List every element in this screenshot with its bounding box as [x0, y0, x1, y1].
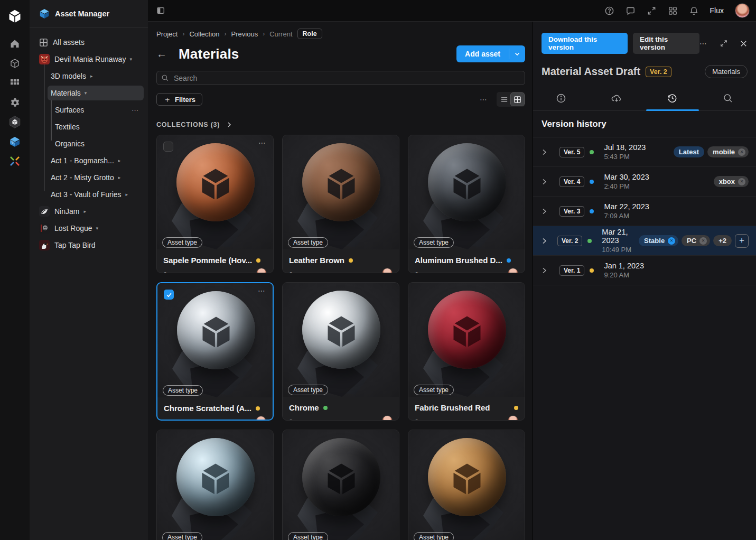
asset-manager-hex-icon[interactable]: [5, 113, 24, 132]
asset-updated-time: 2m ago: [289, 271, 312, 273]
version-row[interactable]: Ver. 1 Jan 1, 20239:20 AM: [533, 256, 756, 285]
version-badge: Ver. 2: [646, 67, 671, 77]
asset-grid: ⋯ Asset type Sapele Pommele (Hov... 2m a…: [156, 135, 525, 540]
apps-grid-icon[interactable]: [5, 73, 24, 92]
feedback-chat-icon[interactable]: [626, 6, 636, 16]
card-checkbox-checked[interactable]: [164, 290, 174, 300]
help-icon[interactable]: [604, 6, 614, 16]
expand-row-icon[interactable]: [540, 208, 552, 215]
sidebar-item-textiles[interactable]: Textiles: [30, 118, 148, 135]
sidebar-item-organics[interactable]: Organics: [30, 135, 148, 152]
breadcrumb-collection[interactable]: Collection: [189, 30, 219, 38]
chevron-right-icon: ▸: [83, 209, 86, 214]
add-tag-button[interactable]: ＋: [735, 234, 749, 248]
remove-tag-icon[interactable]: ✕: [738, 178, 745, 185]
asset-manager-cube-icon: [39, 8, 50, 20]
expand-panel-icon[interactable]: [720, 39, 728, 48]
asset-card[interactable]: Asset type: [282, 430, 399, 540]
packages-cube-icon[interactable]: [5, 54, 24, 73]
card-menu-icon[interactable]: ⋯: [258, 138, 267, 147]
download-version-button[interactable]: Download this version: [542, 33, 628, 54]
asset-card[interactable]: Asset type: [156, 430, 274, 540]
asset-card[interactable]: Asset type Fabric Brushed Red 2m ago: [408, 282, 525, 421]
version-time: 10:49 PM: [602, 246, 639, 254]
card-checkbox[interactable]: [163, 142, 173, 152]
remove-tag-icon[interactable]: ✕: [699, 237, 707, 245]
collapse-panel-icon[interactable]: [156, 6, 165, 15]
edit-version-button[interactable]: Edit this version: [633, 33, 699, 54]
expand-row-icon[interactable]: [540, 267, 552, 274]
asset-owner-avatar: [256, 268, 267, 274]
breadcrumb-project[interactable]: Project: [156, 30, 178, 38]
fullscreen-icon[interactable]: [647, 6, 657, 16]
tab-info[interactable]: [533, 87, 589, 110]
add-asset-button[interactable]: Add asset: [456, 45, 525, 62]
settings-gear-icon[interactable]: [5, 93, 24, 112]
sidebar-item-label: Organics: [55, 139, 85, 148]
asset-name: Sapele Pommele (Hov...: [163, 256, 252, 265]
tag-mobile: mobile✕: [707, 146, 749, 157]
asset-owner-avatar: [382, 415, 393, 421]
more-options-icon[interactable]: ⋯: [480, 95, 488, 104]
remove-tag-icon[interactable]: ✕: [738, 148, 745, 156]
home-icon[interactable]: [5, 34, 24, 53]
sidebar-item-act-2[interactable]: Act 2 - Misty Grotto ▸: [30, 169, 148, 186]
services-x-icon[interactable]: [5, 152, 24, 171]
version-row[interactable]: Ver. 4 Mar 30, 20232:40 PM xbox✕: [533, 167, 756, 197]
more-options-icon[interactable]: ⋯: [132, 106, 139, 114]
asset-thumbnail: Asset type: [408, 430, 525, 540]
collections-cube-icon[interactable]: [5, 132, 24, 151]
sidebar-item-lost-rogue[interactable]: Lost Rogue ▾: [30, 220, 148, 237]
filters-button[interactable]: ＋ Filters: [156, 93, 202, 106]
sidebar-item-ninjam[interactable]: NinJam ▸: [30, 203, 148, 220]
asset-card-selected[interactable]: ⋯ Asset type Chrome Scratched (A... 2m a…: [156, 282, 274, 421]
version-row-selected[interactable]: Ver. 2 Mar 21, 202310:49 PM Stable✕ PC✕ …: [533, 226, 756, 256]
asset-updated-time: 2m ago: [163, 271, 186, 273]
grid-view-button[interactable]: [511, 93, 524, 106]
app-switcher-icon[interactable]: [668, 6, 678, 16]
version-history-title: Version history: [533, 111, 756, 137]
sidebar-item-act-3[interactable]: Act 3 - Vault of Furies ▸: [30, 186, 148, 203]
unity-logo-icon[interactable]: [5, 6, 24, 25]
expand-row-icon[interactable]: [540, 178, 552, 185]
sidebar-item-all-assets[interactable]: All assets: [30, 34, 148, 51]
tag-xbox: xbox✕: [714, 176, 749, 187]
main-content: Project › Collection › Previous › Curren…: [148, 22, 533, 540]
version-row[interactable]: Ver. 5 Jul 18, 20235:43 PM Latest mobile…: [533, 137, 756, 167]
all-assets-icon: [39, 38, 48, 47]
tab-search[interactable]: [701, 87, 756, 110]
card-menu-icon[interactable]: ⋯: [258, 286, 266, 295]
asset-owner-avatar: [508, 268, 518, 274]
sidebar-item-surfaces[interactable]: Surfaces ⋯: [30, 101, 148, 118]
version-row[interactable]: Ver. 3 Mar 22, 20237:09 AM: [533, 197, 756, 226]
remove-tag-icon[interactable]: ✕: [668, 237, 675, 245]
sidebar-item-materials[interactable]: Materials ▾: [30, 85, 148, 101]
sidebar-item-act-1[interactable]: Act 1 - Bogmarsh... ▸: [30, 152, 148, 169]
list-view-button[interactable]: [498, 93, 511, 106]
back-button[interactable]: ←: [156, 48, 171, 60]
expand-row-icon[interactable]: [540, 237, 550, 245]
breadcrumb-previous[interactable]: Previous: [231, 30, 258, 38]
sidebar-item-tap-tap-bird[interactable]: Tap Tap Bird: [30, 237, 148, 254]
user-avatar[interactable]: [735, 3, 750, 18]
add-asset-dropdown[interactable]: [509, 45, 525, 62]
sidebar-item-3d-models[interactable]: 3D models ▸: [30, 68, 148, 85]
sidebar-item-devil-mania-runaway[interactable]: Devil Mania Runaway ▾: [30, 51, 148, 68]
asset-card[interactable]: Asset type Aluminum Brushed D... 2m ago: [408, 135, 525, 273]
asset-card[interactable]: Asset type Chrome 2m ago: [282, 282, 399, 421]
close-panel-icon[interactable]: [740, 40, 748, 48]
expand-row-icon[interactable]: [540, 148, 552, 156]
tab-version-history[interactable]: [645, 87, 701, 110]
panel-more-icon[interactable]: ⋯: [699, 39, 708, 48]
material-sphere: [176, 438, 255, 516]
page-header: ← Materials Add asset: [156, 45, 525, 62]
asset-card[interactable]: Asset type Leather Brown 2m ago: [282, 135, 399, 273]
notifications-bell-icon[interactable]: [689, 6, 699, 16]
tab-cloud-sync[interactable]: [589, 87, 645, 110]
chevron-right-icon: [226, 122, 232, 128]
asset-card[interactable]: Asset type: [408, 430, 525, 540]
collections-toggle[interactable]: COLLECTIONS (3): [156, 121, 525, 128]
tag-more-count[interactable]: +2: [713, 235, 732, 246]
search-input[interactable]: [156, 71, 525, 85]
asset-card[interactable]: ⋯ Asset type Sapele Pommele (Hov... 2m a…: [156, 135, 274, 273]
